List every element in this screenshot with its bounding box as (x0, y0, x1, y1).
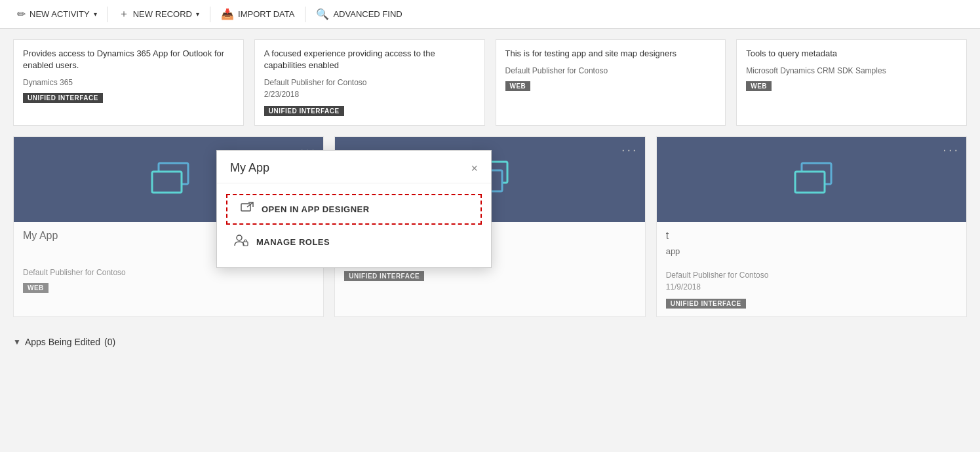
card-metadata-desc: Tools to query metadata (746, 48, 957, 60)
card-third-desc: app (666, 246, 957, 257)
manage-roles-item[interactable]: MANAGE ROLES (217, 227, 491, 257)
section-header: ▼ Apps Being Edited (0) (13, 337, 967, 347)
card-third-body: t app Default Publisher for Contoso 11/9… (657, 222, 966, 316)
card-third-publisher: Default Publisher for Contoso (666, 271, 957, 280)
top-cards-grid: Provides access to Dynamics 365 App for … (13, 39, 967, 126)
import-data-button[interactable]: 📥 IMPORT DATA (212, 3, 304, 26)
import-data-icon: 📥 (221, 8, 234, 20)
card-outlook-publisher: Dynamics 365 (23, 78, 234, 87)
card-third: ··· t app Default Publisher for Contoso … (656, 136, 967, 317)
divider-2 (210, 7, 210, 22)
card-testing-badge: WEB (505, 81, 531, 91)
open-app-designer-item[interactable]: OPEN IN APP DESIGNER (227, 195, 480, 223)
new-record-caret: ▾ (196, 10, 199, 18)
card-dynamics-badge: UNIFIED INTERFACE (344, 271, 424, 281)
new-activity-button[interactable]: ✏ NEW ACTIVITY ▾ (8, 3, 106, 26)
new-activity-label: NEW ACTIVITY (29, 9, 90, 19)
new-record-icon: ＋ (119, 7, 129, 21)
card-metadata-badge: WEB (746, 81, 772, 91)
toolbar: ✏ NEW ACTIVITY ▾ ＋ NEW RECORD ▾ 📥 IMPORT… (0, 0, 980, 29)
card-outlook-badge: UNIFIED INTERFACE (23, 93, 103, 103)
open-app-designer-label: OPEN IN APP DESIGNER (262, 204, 370, 214)
new-activity-caret: ▾ (94, 10, 97, 18)
card-myapp-icon (149, 160, 188, 199)
card-testing-body: This is for testing app and site map des… (496, 40, 726, 125)
advanced-find-icon: 🔍 (316, 8, 329, 20)
card-focused-date: 2/23/2018 (264, 90, 475, 99)
card-testing-publisher: Default Publisher for Contoso (505, 66, 716, 75)
popup-body: OPEN IN APP DESIGNER MANAGE ROLES (217, 183, 491, 267)
advanced-find-button[interactable]: 🔍 ADVANCED FIND (307, 3, 411, 26)
card-metadata-publisher: Microsoft Dynamics CRM SDK Samples (746, 66, 957, 75)
card-third-badge: UNIFIED INTERFACE (666, 299, 746, 309)
open-app-designer-icon (241, 202, 254, 217)
card-testing: This is for testing app and site map des… (496, 39, 726, 126)
manage-roles-icon (234, 234, 248, 250)
popup-item-highlighted-border: OPEN IN APP DESIGNER (226, 194, 482, 225)
card-outlook-desc: Provides access to Dynamics 365 App for … (23, 48, 234, 71)
card-myapp-publisher: Default Publisher for Contoso (23, 268, 314, 277)
divider-1 (108, 7, 108, 22)
popup-title: My App (230, 161, 269, 175)
card-outlook-body: Provides access to Dynamics 365 App for … (14, 40, 243, 125)
new-record-label: NEW RECORD (133, 9, 192, 19)
card-third-date: 11/9/2018 (666, 282, 957, 292)
section-caret[interactable]: ▼ (13, 337, 21, 347)
card-myapp-badge: WEB (23, 283, 49, 293)
manage-roles-label: MANAGE ROLES (256, 237, 330, 247)
section-label: Apps Being Edited (25, 337, 100, 347)
card-outlook: Provides access to Dynamics 365 App for … (13, 39, 244, 126)
svg-rect-1 (152, 172, 182, 193)
divider-3 (305, 7, 305, 22)
card-third-menu[interactable]: ··· (943, 142, 960, 214)
advanced-find-label: ADVANCED FIND (333, 9, 402, 19)
card-metadata-body: Tools to query metadata Microsoft Dynami… (737, 40, 966, 125)
card-focused: A focused experience providing access to… (254, 39, 485, 126)
import-data-label: IMPORT DATA (238, 9, 294, 19)
card-focused-badge: UNIFIED INTERFACE (264, 106, 344, 116)
popup-header: My App × (217, 151, 491, 183)
popup-close-button[interactable]: × (471, 162, 478, 174)
card-focused-body: A focused experience providing access to… (255, 40, 484, 125)
svg-point-8 (237, 235, 242, 240)
card-dynamics-menu[interactable]: ··· (621, 142, 638, 214)
card-focused-desc: A focused experience providing access to… (264, 48, 475, 71)
main-content: Provides access to Dynamics 365 App for … (0, 29, 980, 358)
section-count: (0) (104, 337, 115, 347)
card-third-title: t (666, 230, 957, 242)
svg-rect-6 (241, 204, 250, 211)
card-third-icon (792, 160, 831, 199)
new-record-button[interactable]: ＋ NEW RECORD ▾ (109, 2, 208, 26)
card-testing-desc: This is for testing app and site map des… (505, 48, 716, 60)
popup: My App × OPEN IN APP DESIGNER (216, 150, 492, 268)
svg-rect-5 (795, 172, 825, 193)
new-activity-icon: ✏ (17, 8, 26, 20)
card-third-top: ··· (657, 137, 966, 222)
card-focused-publisher: Default Publisher for Contoso (264, 78, 475, 87)
card-metadata: Tools to query metadata Microsoft Dynami… (736, 39, 967, 126)
